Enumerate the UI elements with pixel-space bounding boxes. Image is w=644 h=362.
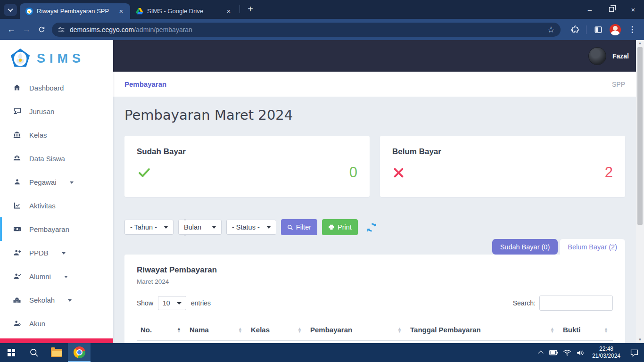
search-input[interactable] — [539, 296, 613, 311]
card-sudah-bayar: Sudah Bayar 0 — [124, 136, 370, 197]
chevron-down-icon — [70, 181, 74, 184]
search-label: Search: — [513, 299, 536, 307]
sidebar-item-sekolah[interactable]: Sekolah — [0, 288, 113, 312]
print-button[interactable]: Print — [322, 219, 358, 235]
restore-icon — [609, 7, 614, 12]
action-center-button[interactable] — [629, 343, 639, 362]
bookmark-star-icon[interactable]: ☆ — [547, 25, 555, 35]
scroll-down-icon[interactable]: ▼ — [638, 337, 642, 343]
browser-profile-button[interactable] — [608, 23, 622, 37]
windows-logo-icon — [8, 349, 15, 356]
sidebar-item-label: Dashboard — [29, 84, 64, 92]
status-select[interactable]: - Status - — [226, 220, 276, 235]
riwayat-table: No.▲▼ Nama▲▼ Kelas▲▼ Pembayaran▲▼ Tangga… — [137, 324, 613, 343]
url-bar[interactable]: demosims.eegyo.com/admin/pembayaran ☆ — [52, 23, 561, 37]
sidebar-item-label: Alumni — [29, 272, 51, 280]
browser-menu-button[interactable]: ⋮ — [625, 23, 639, 37]
start-button[interactable] — [0, 343, 23, 362]
sidebar-item-akun[interactable]: Akun — [0, 312, 113, 335]
app-header: Fazal — [113, 40, 644, 72]
col-tanggal[interactable]: Tanggal Pembayaran▲▼ — [406, 324, 559, 341]
sidebar-item-alumni[interactable]: Alumni — [0, 264, 113, 288]
taskbar-search-button[interactable] — [23, 343, 45, 362]
refresh-icon — [366, 222, 377, 233]
wifi-indicator[interactable] — [562, 343, 572, 362]
sidebar-item-pembayaran[interactable]: Pembayaran — [0, 217, 113, 241]
tut-wuri-handayani-logo-icon — [9, 48, 31, 69]
sidebar-item-ppdb[interactable]: PPDB — [0, 241, 113, 264]
extensions-button[interactable] — [568, 23, 582, 37]
chevron-down-icon — [8, 7, 13, 12]
browser-tab-active[interactable]: Riwayat Pembayaran SPP × — [20, 3, 130, 19]
browser-tab-inactive[interactable]: SIMS - Google Drive × — [130, 3, 238, 19]
volume-indicator[interactable] — [575, 343, 586, 362]
chevron-down-icon — [212, 226, 216, 229]
sidebar-item-dashboard[interactable]: Dashboard — [0, 76, 113, 99]
puzzle-icon — [571, 25, 579, 34]
tab-belum-bayar[interactable]: Belum Bayar (2) — [560, 239, 625, 255]
breadcrumb-pembayaran-link[interactable]: Pembayaran — [124, 80, 166, 88]
page-scrollbar[interactable]: ▲ ▼ — [636, 40, 644, 343]
clock-date: 21/03/2024 — [592, 353, 620, 359]
sidebar-item-jurusan[interactable]: Jurusan — [0, 99, 113, 123]
tray-expand-button[interactable] — [536, 343, 546, 362]
sidebar-item-label: PPDB — [29, 249, 49, 257]
side-panel-button[interactable] — [591, 23, 605, 37]
sidebar-nav: Dashboard Jurusan Kelas Data Siswa Pegaw… — [0, 76, 113, 335]
tab-close-icon[interactable]: × — [224, 7, 233, 16]
card-value: 2 — [605, 164, 613, 181]
search-icon — [29, 348, 39, 357]
status-tabs: Sudah Bayar (0) Belum Bayar (2) — [124, 239, 625, 255]
col-nama[interactable]: Nama▲▼ — [186, 324, 247, 341]
filter-button[interactable]: Filter — [281, 219, 317, 235]
reload-button[interactable] — [34, 22, 49, 37]
refresh-button[interactable] — [366, 222, 377, 233]
window-restore-button[interactable] — [601, 0, 622, 19]
tab-title: Riwayat Pembayaran SPP — [37, 8, 113, 15]
profile-avatar-icon — [610, 24, 621, 35]
tab-search-button[interactable] — [4, 4, 17, 16]
chevron-down-icon — [266, 226, 271, 229]
x-icon — [392, 166, 405, 179]
file-explorer-button[interactable] — [45, 343, 68, 362]
window-close-button[interactable]: × — [622, 0, 644, 19]
tab-divider — [239, 5, 240, 13]
new-tab-button[interactable]: + — [245, 4, 256, 15]
google-drive-icon — [136, 8, 143, 15]
user-name[interactable]: Fazal — [612, 52, 629, 60]
sidebar-item-data-siswa[interactable]: Data Siswa — [0, 147, 113, 170]
scroll-up-icon[interactable]: ▲ — [638, 40, 642, 47]
tab-close-icon[interactable]: × — [117, 7, 125, 16]
sidebar-item-aktivitas[interactable]: Aktivitas — [0, 194, 113, 217]
bulan-select[interactable]: - Bulan - — [178, 220, 222, 235]
chart-line-icon — [12, 201, 22, 210]
bulan-select-value: - Bulan - — [184, 216, 205, 239]
window-minimize-button[interactable]: – — [579, 0, 601, 19]
sidebar-item-kelas[interactable]: Kelas — [0, 123, 113, 147]
riwayat-title: Riwayat Pembayaran — [137, 265, 613, 275]
person-check-icon — [12, 272, 22, 280]
battery-indicator[interactable] — [549, 343, 559, 362]
tab-sudah-bayar[interactable]: Sudah Bayar (0) — [492, 239, 558, 255]
back-button[interactable]: ← — [4, 22, 19, 37]
chrome-taskbar-button[interactable] — [68, 343, 91, 362]
col-pembayaran[interactable]: Pembayaran▲▼ — [306, 324, 406, 341]
page-title: Pembayaran Maret 2024 — [124, 107, 625, 123]
entries-select[interactable]: 10 — [158, 296, 186, 310]
sidebar-item-pegawai[interactable]: Pegawai — [0, 170, 113, 194]
people-icon — [12, 154, 22, 163]
riwayat-card: Riwayat Pembayaran Maret 2024 Show 10 en… — [124, 255, 625, 343]
windows-taskbar: 22:48 21/03/2024 — [0, 343, 644, 362]
col-bukti[interactable]: Bukti▲▼ — [559, 324, 613, 341]
user-avatar[interactable] — [588, 47, 606, 65]
toolbar-divider — [586, 25, 586, 34]
col-kelas[interactable]: Kelas▲▼ — [247, 324, 306, 341]
scrollbar-thumb[interactable] — [637, 47, 643, 225]
logout-button[interactable] — [0, 338, 113, 343]
site-info-icon[interactable] — [58, 26, 65, 33]
col-no[interactable]: No.▲▼ — [137, 324, 186, 341]
browser-toolbar: ← → demosims.eegyo.com/admin/pembayaran … — [0, 19, 644, 40]
tahun-select[interactable]: - Tahun - — [124, 220, 173, 235]
person-icon — [12, 178, 22, 186]
taskbar-clock[interactable]: 22:48 21/03/2024 — [588, 346, 624, 360]
